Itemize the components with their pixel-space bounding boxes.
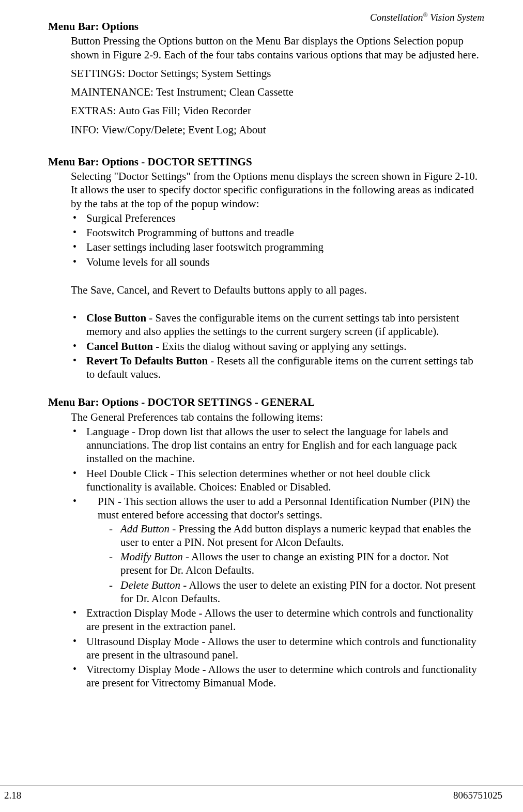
options-info: INFO: View/Copy/Delete; Event Log; About	[71, 123, 483, 136]
doctor-buttons-note: The Save, Cancel, and Revert to Defaults…	[71, 283, 483, 297]
options-intro: Button Pressing the Options button on th…	[71, 34, 483, 62]
header-product-name: Constellation® Vision System	[370, 11, 484, 24]
cancel-button-label: Cancel Button	[86, 340, 153, 353]
delete-button-label: Delete Button	[120, 579, 180, 591]
list-item-extraction: Extraction Display Mode - Allows the use…	[71, 606, 483, 634]
pin-sub-list: Add Button - Pressing the Add button dis…	[109, 522, 483, 606]
list-item-pin: PIN - This section allows the user to ad…	[71, 495, 483, 605]
heading-doctor-settings: Menu Bar: Options - DOCTOR SETTINGS	[48, 155, 483, 168]
add-button-label: Add Button	[120, 523, 170, 535]
list-item: Close Button - Saves the configurable it…	[71, 311, 483, 339]
pin-text: PIN - This section allows the user to ad…	[98, 495, 470, 521]
cancel-button-text: - Exits the dialog without saving or app…	[153, 340, 407, 353]
page-number: 2.18	[4, 789, 21, 802]
list-item-vitrectomy: Vitrectomy Display Mode - Allows the use…	[71, 663, 483, 690]
document-number: 8065751025	[453, 789, 502, 802]
close-button-label: Close Button	[86, 312, 146, 324]
add-button-text: - Pressing the Add button displays a num…	[120, 523, 471, 548]
doctor-button-list: Close Button - Saves the configurable it…	[71, 311, 483, 381]
page-footer: 2.18 8065751025	[0, 786, 523, 802]
options-extras: EXTRAS: Auto Gas Fill; Video Recorder	[71, 104, 483, 117]
heading-doctor-general: Menu Bar: Options - DOCTOR SETTINGS - GE…	[48, 395, 483, 409]
list-item: Laser settings including laser footswitc…	[71, 240, 483, 254]
revert-button-label: Revert To Defaults Button	[86, 355, 208, 367]
list-item: Cancel Button - Exits the dialog without…	[71, 340, 483, 353]
list-item-heel: Heel Double Click - This selection deter…	[71, 467, 483, 494]
list-item: Surgical Preferences	[71, 211, 483, 225]
options-maintenance: MAINTENANCE: Test Instrument; Clean Cass…	[71, 85, 483, 99]
page-content: Menu Bar: Options Button Pressing the Op…	[0, 0, 523, 690]
list-item: Revert To Defaults Button - Resets all t…	[71, 354, 483, 381]
general-items: Language - Drop down list that allows th…	[71, 425, 483, 690]
list-item-language: Language - Drop down list that allows th…	[71, 425, 483, 466]
general-intro: The General Preferences tab contains the…	[71, 410, 483, 424]
list-item: Modify Button - Allows the user to chang…	[109, 550, 483, 577]
options-settings: SETTINGS: Doctor Settings; System Settin…	[71, 67, 483, 80]
list-item: Volume levels for all sounds	[71, 255, 483, 269]
modify-button-label: Modify Button	[120, 550, 183, 563]
list-item: Footswitch Programming of buttons and tr…	[71, 226, 483, 239]
list-item-ultrasound: Ultrasound Display Mode - Allows the use…	[71, 635, 483, 662]
doctor-intro: Selecting "Doctor Settings" from the Opt…	[71, 170, 483, 210]
doctor-bullets: Surgical Preferences Footswitch Programm…	[71, 211, 483, 269]
list-item: Delete Button - Allows the user to delet…	[109, 578, 483, 606]
list-item: Add Button - Pressing the Add button dis…	[109, 522, 483, 549]
